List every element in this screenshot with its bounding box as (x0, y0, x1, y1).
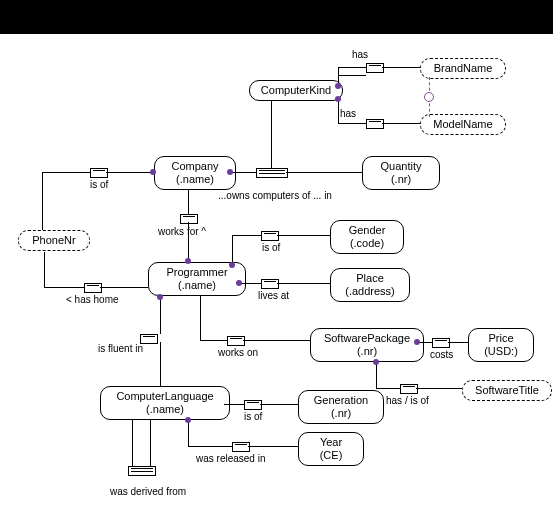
entity-label: ModelName (433, 118, 492, 130)
rel-label-isof-2: is of (262, 242, 280, 253)
edge (338, 67, 339, 75)
entity-sublabel: (CE) (305, 449, 357, 462)
entity-phone-nr: PhoneNr (18, 230, 90, 251)
entity-place: Place (.address) (330, 268, 410, 302)
entity-sublabel: (.address) (337, 285, 403, 298)
entity-computer-language: ComputerLanguage (.name) (100, 386, 230, 420)
edge (248, 446, 298, 447)
mandatory-dot (150, 169, 156, 175)
entity-label: Programmer (166, 266, 227, 278)
entity-year: Year (CE) (298, 432, 364, 466)
entity-label: Year (320, 436, 342, 448)
edge (42, 172, 43, 232)
rel-label-lives-at: lives at (258, 290, 289, 301)
entity-label: BrandName (434, 62, 493, 74)
entity-gender: Gender (.code) (330, 220, 404, 254)
port-owns (256, 168, 288, 178)
entity-sublabel: (.name) (155, 279, 239, 292)
edge (160, 296, 161, 334)
entity-company: Company (.name) (154, 156, 236, 190)
edge (338, 67, 366, 68)
mandatory-dot (335, 83, 341, 89)
edge (44, 287, 84, 288)
entity-sublabel: (.nr) (317, 345, 417, 358)
entity-computer-kind: ComputerKind (249, 80, 343, 101)
mandatory-dot (185, 417, 191, 423)
entity-quantity: Quantity (.nr) (362, 156, 440, 190)
edge (376, 362, 377, 388)
mandatory-dot (373, 359, 379, 365)
port-has-2 (366, 119, 384, 129)
port-isof-company (90, 168, 108, 178)
port-has-isof (400, 384, 418, 394)
edge (232, 235, 233, 265)
edge (243, 340, 310, 341)
port-isof-generation (244, 400, 262, 410)
mandatory-dot (157, 294, 163, 300)
rel-label-isof-3: is of (244, 411, 262, 422)
entity-sublabel: (.name) (161, 173, 229, 186)
entity-label: Place (356, 272, 384, 284)
entity-label: SoftwarePackage (324, 332, 410, 344)
edge (188, 222, 189, 262)
edge (200, 296, 201, 340)
entity-label: SoftwareTitle (475, 384, 539, 396)
port-works-for (180, 214, 198, 224)
rel-label-is-fluent-in: is fluent in (98, 343, 143, 354)
port-has-1 (366, 63, 384, 73)
entity-sublabel: (USD:) (475, 345, 527, 358)
edge (338, 99, 339, 123)
entity-label: Price (488, 332, 513, 344)
mandatory-dot (227, 169, 233, 175)
rel-label-isof-1: is of (90, 179, 108, 190)
edge (150, 420, 151, 466)
entity-sublabel: (.nr) (369, 173, 433, 186)
edge (160, 342, 161, 386)
edge (188, 190, 189, 214)
edge (338, 75, 366, 76)
rel-label-released-in: was released in (196, 453, 265, 464)
edge (224, 404, 244, 405)
xor-circle-icon (424, 92, 434, 102)
diagram-canvas: ComputerKind BrandName ModelName has has… (0, 0, 553, 510)
edge (382, 67, 420, 68)
edge (100, 287, 148, 288)
edge (260, 404, 298, 405)
edge (240, 283, 261, 284)
edge (338, 123, 366, 124)
rel-label-owns: ...owns computers of ... in (218, 190, 332, 201)
port-isof-gender (261, 231, 279, 241)
edge (232, 235, 261, 236)
entity-label: Gender (349, 224, 386, 236)
rel-label-works-on: works on (218, 347, 258, 358)
edge (448, 342, 468, 343)
entity-software-title: SoftwareTitle (462, 380, 552, 401)
edge (376, 388, 400, 389)
entity-label: ComputerKind (261, 84, 331, 96)
edge (230, 172, 256, 173)
edge (42, 172, 90, 173)
rel-label-has-home: < has home (66, 294, 119, 305)
port-costs (432, 338, 450, 348)
mandatory-dot (185, 258, 191, 264)
edge (418, 342, 432, 343)
edge (44, 252, 45, 287)
entity-sublabel: (.nr) (305, 407, 377, 420)
mandatory-dot (236, 280, 242, 286)
edge (416, 388, 462, 389)
rel-label-has-isof: has / is of (386, 395, 429, 406)
edge (277, 283, 330, 284)
port-released-in (232, 442, 250, 452)
rel-label-derived-from: was derived from (110, 486, 186, 497)
edge (188, 420, 189, 446)
entity-label: ComputerLanguage (116, 390, 213, 402)
entity-software-package: SoftwarePackage (.nr) (310, 328, 424, 362)
top-black-bar (0, 0, 553, 34)
mandatory-dot (414, 339, 420, 345)
entity-generation: Generation (.nr) (298, 390, 384, 424)
entity-label: Quantity (381, 160, 422, 172)
entity-sublabel: (.name) (107, 403, 223, 416)
entity-model-name: ModelName (420, 114, 506, 135)
entity-price: Price (USD:) (468, 328, 534, 362)
port-works-on (227, 336, 245, 346)
